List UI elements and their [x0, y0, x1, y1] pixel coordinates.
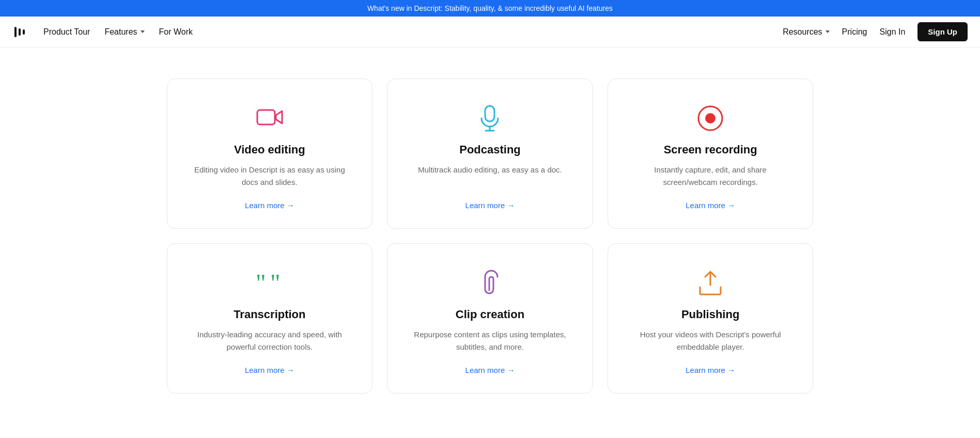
card-title: Publishing	[681, 308, 739, 321]
features-chevron-icon	[141, 30, 145, 33]
card-learn-more-link[interactable]: Learn more →	[245, 201, 294, 210]
clip-icon	[475, 269, 504, 298]
logo-icon	[12, 25, 27, 39]
svg-rect-3	[257, 110, 275, 124]
card-description: Industry-leading accuracy and speed, wit…	[188, 328, 352, 353]
card-description: Instantly capture, edit, and share scree…	[629, 164, 792, 189]
svg-point-8	[705, 113, 715, 123]
nav-features[interactable]: Features	[104, 27, 144, 37]
card-title: Transcription	[234, 308, 305, 321]
svg-rect-4	[485, 106, 494, 121]
svg-text:": "	[256, 273, 266, 293]
card-title: Clip creation	[456, 308, 524, 321]
card-title: Screen recording	[664, 143, 757, 157]
card-title: Podcasting	[459, 143, 521, 157]
card-description: Host your videos with Descript's powerfu…	[629, 328, 792, 353]
svg-text:": "	[270, 273, 281, 293]
nav-right: Resources Pricing Sign In Sign Up	[783, 22, 968, 41]
video-icon	[255, 104, 284, 133]
card-description: Repurpose content as clips using templat…	[408, 328, 572, 353]
resources-chevron-icon	[826, 30, 830, 33]
card-description: Editing video in Descript is as easy as …	[188, 164, 352, 189]
nav-left: Product Tour Features For Work	[43, 27, 783, 37]
sign-in-button[interactable]: Sign In	[880, 27, 906, 37]
publish-icon	[696, 269, 725, 298]
feature-card-video-editing: Video editing Editing video in Descript …	[167, 79, 373, 229]
quote-icon: " "	[255, 269, 284, 298]
card-title: Video editing	[234, 143, 305, 157]
sign-up-button[interactable]: Sign Up	[917, 22, 968, 41]
card-description: Multitrack audio editing, as easy as a d…	[418, 164, 562, 189]
card-learn-more-link[interactable]: Learn more →	[686, 201, 735, 210]
record-icon	[696, 104, 725, 133]
card-learn-more-link[interactable]: Learn more →	[686, 366, 735, 374]
feature-cards-grid: Video editing Editing video in Descript …	[167, 79, 814, 394]
main-content: Video editing Editing video in Descript …	[154, 48, 826, 414]
card-learn-more-link[interactable]: Learn more →	[465, 201, 515, 210]
svg-rect-0	[14, 27, 17, 37]
banner-text: What's new in Descript: Stability, quali…	[367, 4, 613, 12]
feature-card-podcasting: Podcasting Multitrack audio editing, as …	[387, 79, 593, 229]
card-learn-more-link[interactable]: Learn more →	[465, 366, 515, 374]
card-learn-more-link[interactable]: Learn more →	[245, 366, 294, 374]
feature-card-publishing: Publishing Host your videos with Descrip…	[608, 243, 814, 394]
nav-pricing[interactable]: Pricing	[842, 27, 867, 37]
feature-card-clip-creation: Clip creation Repurpose content as clips…	[387, 243, 593, 394]
announcement-banner: What's new in Descript: Stability, quali…	[0, 0, 980, 17]
mic-icon	[475, 104, 504, 133]
feature-card-screen-recording: Screen recording Instantly capture, edit…	[608, 79, 814, 229]
main-nav: Product Tour Features For Work Resources…	[0, 17, 980, 48]
logo[interactable]	[12, 25, 27, 39]
svg-rect-2	[23, 29, 25, 35]
nav-resources[interactable]: Resources	[783, 27, 829, 37]
feature-card-transcription: " " Transcription Industry-leading accur…	[167, 243, 373, 394]
nav-for-work[interactable]: For Work	[159, 27, 193, 37]
nav-product-tour[interactable]: Product Tour	[43, 27, 90, 37]
svg-rect-1	[19, 28, 21, 36]
